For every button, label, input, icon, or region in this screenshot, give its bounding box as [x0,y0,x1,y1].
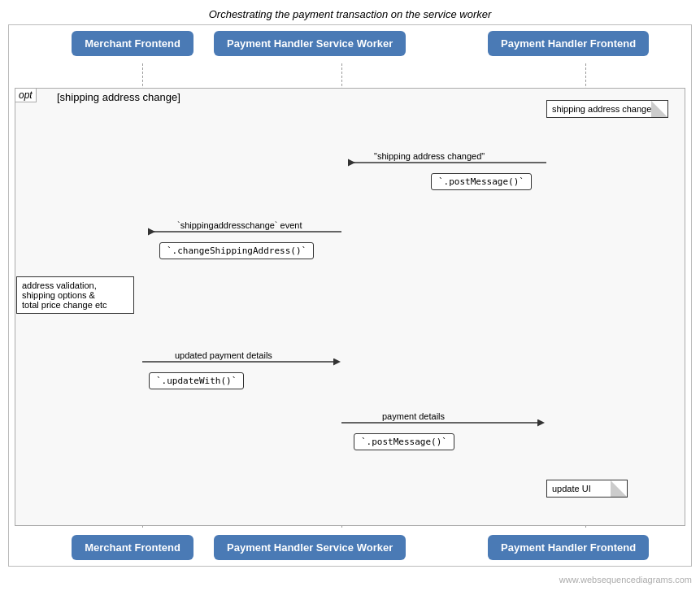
note-address-validation: address validation, shipping options & t… [16,276,134,314]
method-postmessage-1: `.postMessage()` [431,173,532,190]
arrow-label-1: "shipping address changed" [374,151,485,161]
note-shipping-changed: shipping address changed [546,100,668,118]
opt-condition: [shipping address change] [57,91,180,103]
actor-service-worker-bottom: Payment Handler Service Worker [214,535,406,560]
arrow-label-4: payment details [382,411,445,421]
watermark: www.websequencediagrams.com [559,575,692,584]
arrow-label-2: `shippingaddresschange` event [177,220,302,230]
diagram-title: Orchestrating the payment transaction on… [0,0,700,27]
opt-label: opt [15,88,37,102]
actor-payment-handler-bottom: Payment Handler Frontend [488,535,649,560]
arrow-label-3: updated payment details [175,350,272,360]
method-change-shipping: `.changeShippingAddress()` [159,242,314,259]
method-update-with: `.updateWith()` [149,372,244,389]
diagram-container: Orchestrating the payment transaction on… [0,0,700,591]
actor-merchant-bottom: Merchant Frontend [72,535,193,560]
note-update-ui: update UI [546,480,628,498]
actor-merchant-top: Merchant Frontend [72,31,193,56]
method-postmessage-2: `.postMessage()` [354,433,454,450]
actor-service-worker-top: Payment Handler Service Worker [214,31,406,56]
actor-payment-handler-top: Payment Handler Frontend [488,31,649,56]
